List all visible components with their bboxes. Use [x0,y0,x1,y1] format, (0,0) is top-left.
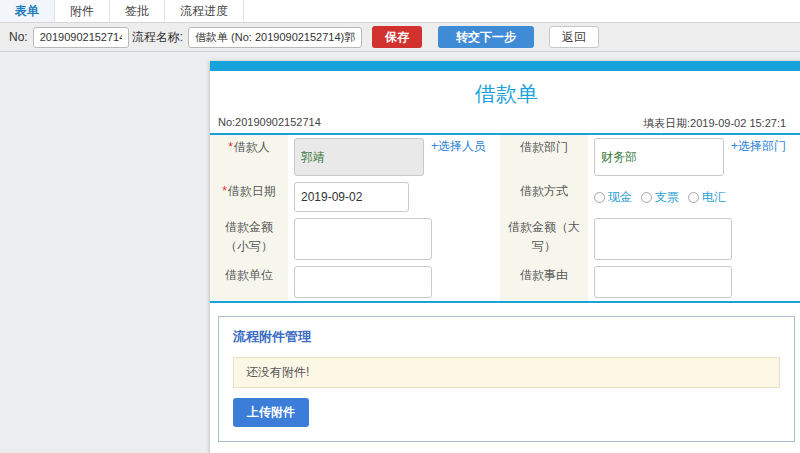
department-input[interactable] [594,138,724,176]
loan-unit-input[interactable] [294,266,432,298]
top-tab-bar: 表单 附件 签批 流程进度 [0,0,800,23]
form-meta-row: No:20190902152714 填表日期:2019-09-02 15:27:… [210,113,800,133]
department-field-cell: +选择部门 [588,135,800,179]
loan-unit-field-cell [288,263,500,301]
department-label: 借款部门 [500,135,588,179]
tab-attachments[interactable]: 附件 [55,0,110,22]
tab-progress[interactable]: 流程进度 [165,0,244,22]
select-person-link[interactable]: +选择人员 [431,138,486,176]
radio-circle-icon [594,192,605,203]
radio-circle-icon [688,192,699,203]
amount-big-label: 借款金额（大写） [500,215,588,263]
form-date-text: 填表日期:2019-09-02 15:27:1 [643,116,786,131]
action-toolbar: No: 流程名称: 保存 转交下一步 返回 [0,23,800,52]
amount-small-field-cell [288,215,500,263]
no-attachments-notice: 还没有附件! [233,357,780,388]
amount-big-field-cell [588,215,800,263]
radio-wire[interactable]: 电汇 [688,189,726,206]
tab-signoff[interactable]: 签批 [110,0,165,22]
panel-accent-bar [210,61,800,71]
flow-name-input[interactable] [188,27,362,48]
borrower-label: *借款人 [210,135,288,179]
loan-date-field-cell [288,179,500,215]
borrower-field-cell: +选择人员 [288,135,500,179]
borrower-input[interactable] [294,138,424,176]
upload-attachment-button[interactable]: 上传附件 [233,398,309,427]
amount-small-label: 借款金额（小写） [210,215,288,263]
amount-big-input[interactable] [594,218,732,260]
loan-date-input[interactable] [294,182,409,212]
radio-circle-icon [641,192,652,203]
radio-cash[interactable]: 现金 [594,189,632,206]
radio-cheque[interactable]: 支票 [641,189,679,206]
loan-form-table: *借款人 +选择人员 借款部门 +选择部门 *借款日期 借款方式 现金 支票 电… [210,133,800,303]
attachments-heading: 流程附件管理 [233,328,780,346]
loan-date-label: *借款日期 [210,179,288,215]
loan-method-label: 借款方式 [500,179,588,215]
form-panel: 借款单 No:20190902152714 填表日期:2019-09-02 15… [210,61,800,453]
no-label: No: [9,30,28,44]
attachments-section: 流程附件管理 还没有附件! 上传附件 [218,316,795,442]
no-input[interactable] [33,27,129,48]
form-no-text: No:20190902152714 [218,116,321,128]
back-button[interactable]: 返回 [549,26,599,48]
loan-method-radio-group: 现金 支票 电汇 [594,182,726,212]
transfer-next-button[interactable]: 转交下一步 [438,26,534,48]
loan-reason-label: 借款事由 [500,263,588,301]
required-marker: * [222,184,227,198]
page-title: 借款单 [210,71,800,113]
loan-reason-field-cell [588,263,800,301]
save-button[interactable]: 保存 [372,26,422,48]
select-department-link[interactable]: +选择部门 [731,138,786,176]
loan-unit-label: 借款单位 [210,263,288,301]
tab-form[interactable]: 表单 [0,0,55,22]
loan-reason-input[interactable] [594,266,732,298]
amount-small-input[interactable] [294,218,432,260]
loan-method-field-cell: 现金 支票 电汇 [588,179,800,215]
main-area: 借款单 No:20190902152714 填表日期:2019-09-02 15… [0,52,800,453]
required-marker: * [228,140,233,154]
flow-name-label: 流程名称: [132,29,183,46]
